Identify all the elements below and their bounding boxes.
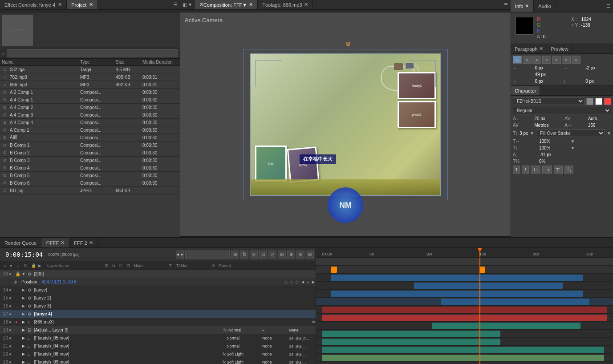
layer-row-20[interactable]: 20 ● ► □ [Flourish_05.mov] Normal None 2… — [0, 334, 316, 342]
stroke-menu-btn[interactable]: ▼ — [607, 131, 611, 136]
composition-fff-tab[interactable]: ⊙ Composition: FFF ▼ ✕ — [195, 0, 258, 9]
layer-22-expand[interactable]: ► — [21, 352, 28, 356]
layer-row-22[interactable]: 22 ● ► □ [Flourish_08.mov] fx Soft Light… — [0, 350, 316, 358]
close-comp-tab[interactable]: ✕ — [249, 2, 253, 8]
layer-19-vis[interactable]: ● — [9, 328, 15, 332]
tl-icon-9[interactable]: ⊞ — [306, 251, 314, 259]
list-item[interactable]: ⊙A 4 Comp 2 Composi...0:00:30 — [0, 104, 180, 111]
layer-16-vis[interactable]: ● — [9, 303, 15, 308]
font-style-select[interactable]: Regular — [513, 107, 611, 114]
list-item[interactable]: ⊙B Comp 1 Composi...0:00:30 — [0, 142, 180, 149]
list-item[interactable]: ⊙A 4 Comp 1 Composi...0:00:30 — [0, 96, 180, 104]
tl-icon-2[interactable]: fx — [240, 251, 248, 259]
close-project-tab[interactable]: ✕ — [89, 2, 93, 8]
layer-13-vis[interactable]: ● — [9, 271, 15, 276]
project-file-list[interactable]: □032.tga Targa4.5 MB ♪782.mp3 MP3495 KB0… — [0, 66, 180, 240]
position-property-row[interactable]: ⊕ Position 424.9,121.0,-10.6 ◇ ◇ ◇ ◄ ⬧ ► — [0, 278, 316, 286]
list-item[interactable]: ⊙B Comp 3 Composi...0:00:30 — [0, 157, 180, 164]
layer-row-21[interactable]: 21 ● ► □ [Flourish_04.mov] Normal None 2… — [0, 342, 316, 350]
list-item[interactable]: ⊙A 4 Comp 4 Composi...0:00:30 — [0, 119, 180, 126]
bold-btn[interactable]: T — [513, 166, 520, 174]
layer-21-expand[interactable]: ► — [21, 344, 28, 348]
tl-icon-5[interactable]: ◎ — [268, 251, 276, 259]
justify-all-btn[interactable]: ≡ — [572, 56, 581, 64]
align-right-btn[interactable]: ≡ — [532, 56, 541, 64]
layer-18-edit[interactable]: ✏ — [312, 320, 316, 324]
layer-18-vis[interactable]: ● — [9, 320, 15, 324]
right-panel-menu[interactable]: ☰ — [604, 0, 613, 12]
list-item[interactable]: ⊙A 2 Comp 1 Composi...0:00:30 — [0, 89, 180, 96]
italic-btn[interactable]: T — [522, 166, 529, 174]
close-fff2-tab[interactable]: ✕ — [89, 240, 93, 246]
close-footage-tab[interactable]: ✕ — [304, 2, 308, 8]
tl-icon-7[interactable]: ⊕ — [287, 251, 295, 259]
list-item[interactable]: □032.tga Targa4.5 MB — [0, 66, 180, 73]
kf-diamond-2[interactable]: ◇ — [290, 279, 293, 284]
layer-16-expand[interactable]: ► — [21, 303, 28, 308]
layer-14-vis[interactable]: ● — [9, 287, 15, 292]
layer-17-expand[interactable]: ► — [21, 311, 28, 316]
close-info-tab[interactable]: ✕ — [525, 3, 529, 9]
layer-row-13[interactable]: 13 ● 🔒 ▼ ⊙ [200] — [0, 270, 316, 278]
layer-21-vis[interactable]: ● — [9, 344, 15, 348]
fff2-tab[interactable]: FFF 2 ✕ — [69, 238, 97, 247]
stroke-type-select[interactable]: Fill Over Stroke — [536, 129, 605, 137]
list-item[interactable]: ⊙B Comp 4 Composi...0:00:30 — [0, 164, 180, 172]
layer-row-14[interactable]: 14 ● ► ⊙ [fanye] — [0, 286, 316, 294]
list-item[interactable]: ⊙A 4 Comp 3 Composi...0:00:30 — [0, 111, 180, 119]
list-item[interactable]: ⊙A Comp 1 Composi...0:00:30 — [0, 126, 180, 134]
layer-17-vis[interactable]: ● — [9, 311, 15, 316]
allcaps-btn[interactable]: TT — [531, 166, 540, 174]
list-item[interactable]: ⊙B Comp 2 Composi...0:00:30 — [0, 149, 180, 157]
list-item[interactable]: ♪866.mp3 MP3492 KB0:00:31 — [0, 81, 180, 89]
layer-19-expand[interactable]: ► — [21, 328, 28, 332]
scale-v-down[interactable]: ▼ — [571, 146, 593, 150]
smallcaps-btn[interactable]: TT — [542, 166, 552, 174]
render-queue-tab[interactable]: Render Queue — [0, 238, 41, 247]
fff-tab[interactable]: ⊙ FFF ✕ — [41, 238, 69, 247]
layer-13-lock[interactable]: 🔒 — [15, 271, 21, 276]
list-item[interactable]: ⊙A面 Composi...0:00:30 — [0, 134, 180, 142]
layer-23-expand[interactable]: ► — [21, 360, 28, 364]
list-item[interactable]: ⊙B Comp 5 Composi...0:00:30 — [0, 172, 180, 179]
sub-btn[interactable]: T↓ — [564, 166, 573, 174]
layer-18-expand[interactable]: ► — [21, 320, 28, 324]
stroke-down-btn[interactable]: ▼ — [530, 131, 534, 136]
layer-13-expand[interactable]: ▼ — [21, 271, 28, 276]
list-item[interactable]: ⊙B Comp 6 Composi...0:00:30 — [0, 179, 180, 187]
layer-22-vis[interactable]: ● — [9, 352, 15, 356]
tl-icon-1[interactable]: ⊞ — [231, 251, 239, 259]
layer-row-18[interactable]: 18 ● ● ► ♪ [866.mp3] ✏ — [0, 318, 316, 326]
character-tab[interactable]: Character — [511, 86, 540, 95]
close-fff-tab[interactable]: ✕ — [61, 240, 65, 246]
effect-controls-tab[interactable]: Effect Controls: fanye 4 ✕ — [0, 0, 67, 9]
panel-menu-btn[interactable]: ☰ — [171, 2, 180, 8]
list-item[interactable]: ♪782.mp3 MP3495 KB0:00:31 — [0, 73, 180, 81]
kf-next[interactable]: ► — [311, 279, 316, 284]
list-item[interactable]: □BG.jpg JPEG653 KB — [0, 187, 180, 194]
layer-20-expand[interactable]: ► — [21, 336, 28, 340]
justify-right-btn[interactable]: ≡ — [562, 56, 571, 64]
layer-18-audio[interactable]: ● — [15, 320, 21, 324]
project-tab[interactable]: Project ✕ — [67, 0, 98, 9]
layer-15-vis[interactable]: ● — [9, 295, 15, 300]
layer-20-vis[interactable]: ● — [9, 336, 15, 340]
layer-row-16[interactable]: 16 ● ► ⊙ [fanye 3] — [0, 302, 316, 310]
justify-center-btn[interactable]: ≡ — [552, 56, 561, 64]
align-left-btn[interactable]: ≡ — [513, 56, 522, 64]
paragraph-tab[interactable]: Paragraph ✕ — [511, 44, 547, 53]
layer-search-input[interactable] — [185, 251, 230, 259]
info-tab[interactable]: Info ✕ — [511, 0, 534, 12]
kf-add[interactable]: ⬧ — [307, 279, 309, 284]
close-paragraph-tab[interactable]: ✕ — [539, 46, 543, 52]
justify-left-btn[interactable]: ≡ — [542, 56, 551, 64]
tl-icon-3[interactable]: ⊙ — [250, 251, 258, 259]
layer-14-expand[interactable]: ► — [21, 287, 28, 292]
tl-icon-4[interactable]: ⊡ — [259, 251, 267, 259]
layer-15-expand[interactable]: ► — [21, 295, 28, 300]
text-fill-swatch[interactable] — [595, 98, 602, 105]
kf-prev[interactable]: ◄ — [300, 279, 305, 284]
audio-tab[interactable]: Audio — [534, 0, 556, 12]
tl-icon-8[interactable]: ⊙ — [296, 251, 304, 259]
text-color-swatch[interactable] — [586, 98, 593, 105]
